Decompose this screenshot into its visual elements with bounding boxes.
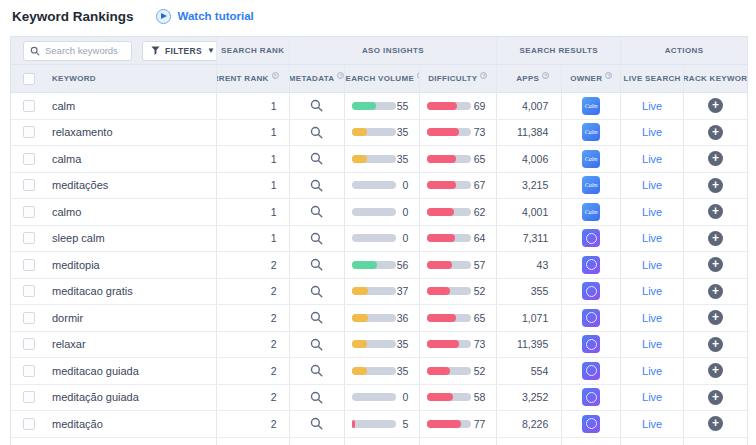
difficulty-bar bbox=[427, 367, 471, 375]
owner-app-icon[interactable] bbox=[582, 335, 600, 353]
watch-tutorial-link[interactable]: Watch tutorial bbox=[178, 10, 254, 22]
owner-app-icon[interactable] bbox=[582, 309, 600, 327]
track-keyword-add-button[interactable]: + bbox=[708, 151, 723, 166]
row-checkbox[interactable] bbox=[23, 418, 35, 430]
row-checkbox[interactable] bbox=[23, 206, 35, 218]
track-keyword-add-button[interactable]: + bbox=[708, 310, 723, 325]
metadata-search-icon[interactable] bbox=[310, 391, 323, 404]
metadata-search-icon[interactable] bbox=[310, 311, 323, 324]
live-search-link[interactable]: Live bbox=[642, 312, 662, 324]
live-search-link[interactable]: Live bbox=[642, 179, 662, 191]
metadata-search-icon[interactable] bbox=[310, 364, 323, 377]
keyword-label[interactable]: meditopia bbox=[52, 259, 100, 271]
track-keyword-add-button[interactable]: + bbox=[708, 363, 723, 378]
keyword-label[interactable]: calm bbox=[52, 100, 75, 112]
track-keyword-add-button[interactable]: + bbox=[708, 125, 723, 140]
track-keyword-add-button[interactable]: + bbox=[708, 178, 723, 193]
row-checkbox[interactable] bbox=[23, 391, 35, 403]
keyword-label[interactable]: calma bbox=[52, 153, 81, 165]
info-icon[interactable]: ? bbox=[272, 72, 279, 79]
owner-app-icon[interactable] bbox=[582, 123, 600, 141]
row-checkbox[interactable] bbox=[23, 259, 35, 271]
col-current-rank[interactable]: ↑ CURRENT RANK ? bbox=[217, 65, 290, 92]
select-all-checkbox[interactable] bbox=[23, 73, 35, 85]
live-search-link[interactable]: Live bbox=[642, 418, 662, 430]
row-checkbox[interactable] bbox=[23, 285, 35, 297]
difficulty-value: 58 bbox=[474, 391, 486, 403]
row-checkbox[interactable] bbox=[23, 126, 35, 138]
metadata-search-icon[interactable] bbox=[310, 258, 323, 271]
info-icon[interactable]: ? bbox=[337, 72, 344, 79]
keyword-rankings-screen: Keyword Rankings Watch tutorial FILTERS … bbox=[0, 0, 756, 445]
keyword-label[interactable]: relaxar bbox=[52, 338, 86, 350]
col-metadata[interactable]: METADATA? bbox=[290, 65, 345, 92]
live-search-link[interactable]: Live bbox=[642, 259, 662, 271]
track-keyword-add-button[interactable]: + bbox=[708, 98, 723, 113]
owner-app-icon[interactable] bbox=[582, 388, 600, 406]
track-keyword-add-button[interactable]: + bbox=[708, 284, 723, 299]
keyword-label[interactable]: meditações bbox=[52, 179, 108, 191]
metadata-search-icon[interactable] bbox=[310, 126, 323, 139]
owner-app-icon[interactable] bbox=[582, 282, 600, 300]
track-keyword-add-button[interactable]: + bbox=[708, 204, 723, 219]
owner-app-icon[interactable] bbox=[582, 150, 600, 168]
difficulty-value: 65 bbox=[474, 153, 486, 165]
col-keyword[interactable]: KEYWORD bbox=[52, 74, 96, 83]
metadata-search-icon[interactable] bbox=[310, 417, 323, 430]
row-checkbox[interactable] bbox=[23, 179, 35, 191]
row-checkbox[interactable] bbox=[23, 153, 35, 165]
owner-app-icon[interactable] bbox=[582, 229, 600, 247]
search-keywords-box[interactable] bbox=[23, 41, 132, 61]
live-search-link[interactable]: Live bbox=[642, 285, 662, 297]
row-checkbox[interactable] bbox=[23, 365, 35, 377]
filters-button[interactable]: FILTERS ▼ bbox=[142, 41, 217, 61]
row-checkbox[interactable] bbox=[23, 338, 35, 350]
col-owner[interactable]: OWNER? bbox=[562, 65, 621, 92]
track-keyword-add-button[interactable]: + bbox=[708, 390, 723, 405]
owner-app-icon[interactable] bbox=[582, 256, 600, 274]
row-checkbox[interactable] bbox=[23, 312, 35, 324]
col-apps[interactable]: APPS? bbox=[497, 65, 562, 92]
keyword-label[interactable]: meditação guiada bbox=[52, 391, 139, 403]
keyword-label[interactable]: sleep calm bbox=[52, 232, 105, 244]
live-search-link[interactable]: Live bbox=[642, 391, 662, 403]
info-icon[interactable]: ? bbox=[480, 72, 487, 79]
live-search-link[interactable]: Live bbox=[642, 100, 662, 112]
info-icon[interactable]: ? bbox=[605, 72, 612, 79]
owner-app-icon[interactable] bbox=[582, 97, 600, 115]
play-icon[interactable] bbox=[156, 9, 171, 24]
keyword-label[interactable]: meditacao guiada bbox=[52, 365, 139, 377]
live-search-link[interactable]: Live bbox=[642, 126, 662, 138]
row-checkbox[interactable] bbox=[23, 232, 35, 244]
live-search-link[interactable]: Live bbox=[642, 232, 662, 244]
owner-app-icon[interactable] bbox=[582, 203, 600, 221]
keyword-label[interactable]: calmo bbox=[52, 206, 81, 218]
keyword-label[interactable]: meditacao gratis bbox=[52, 285, 133, 297]
keyword-label[interactable]: relaxamento bbox=[52, 126, 113, 138]
metadata-search-icon[interactable] bbox=[310, 338, 323, 351]
track-keyword-add-button[interactable]: + bbox=[708, 231, 723, 246]
owner-app-icon[interactable] bbox=[582, 362, 600, 380]
metadata-search-icon[interactable] bbox=[310, 232, 323, 245]
row-checkbox[interactable] bbox=[23, 100, 35, 112]
owner-app-icon[interactable] bbox=[582, 415, 600, 433]
metadata-search-icon[interactable] bbox=[310, 152, 323, 165]
track-keyword-add-button[interactable]: + bbox=[708, 337, 723, 352]
live-search-link[interactable]: Live bbox=[642, 206, 662, 218]
track-keyword-add-button[interactable]: + bbox=[708, 416, 723, 431]
col-difficulty[interactable]: DIFFICULTY? bbox=[420, 65, 497, 92]
live-search-link[interactable]: Live bbox=[642, 365, 662, 377]
keyword-label[interactable]: meditação bbox=[52, 418, 103, 430]
search-keywords-input[interactable] bbox=[45, 45, 125, 56]
metadata-search-icon[interactable] bbox=[310, 99, 323, 112]
metadata-search-icon[interactable] bbox=[310, 285, 323, 298]
track-keyword-add-button[interactable]: + bbox=[708, 257, 723, 272]
col-search-volume[interactable]: SEARCH VOLUME? bbox=[345, 65, 421, 92]
keyword-label[interactable]: dormir bbox=[52, 312, 83, 324]
owner-app-icon[interactable] bbox=[582, 176, 600, 194]
info-icon[interactable]: ? bbox=[542, 72, 549, 79]
metadata-search-icon[interactable] bbox=[310, 205, 323, 218]
metadata-search-icon[interactable] bbox=[310, 179, 323, 192]
live-search-link[interactable]: Live bbox=[642, 153, 662, 165]
live-search-link[interactable]: Live bbox=[642, 338, 662, 350]
